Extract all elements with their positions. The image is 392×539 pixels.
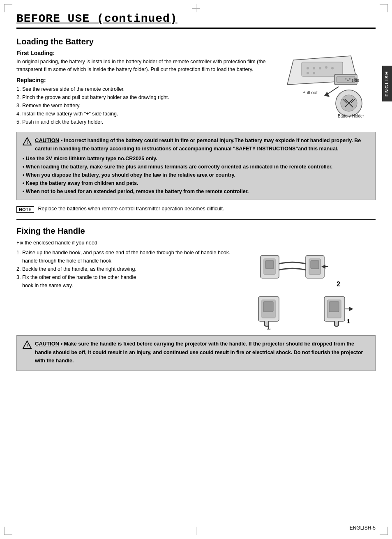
caution-line-1: • Use the 3V micro lithium battery type … (23, 154, 369, 163)
caution-text-2: CAUTION • Make sure the handle is fixed … (35, 340, 369, 365)
caution-line-0: • Incorrect handling of the battery coul… (35, 138, 361, 152)
replacing-step-4: 4. Install the new battery with "+" side… (16, 110, 269, 118)
corner-tl (4, 4, 12, 12)
caution-header-2: ! CAUTION • Make sure the handle is fixe… (23, 340, 369, 365)
note-label: NOTE (16, 206, 34, 213)
handle-diagram-col: 2 (244, 239, 376, 329)
section-handle-title: Fixing the Handle (16, 226, 376, 236)
svg-rect-35 (263, 302, 273, 312)
svg-point-7 (307, 72, 309, 74)
svg-rect-40 (329, 302, 339, 312)
replacing-step-2: 2. Pinch the groove and pull out battery… (16, 93, 269, 101)
caution2-line-0: • Make sure the handle is fixed before c… (35, 341, 363, 364)
handle-step-2: 2. Buckle the end of the handle, as the … (16, 265, 240, 273)
first-loading-text: In original packing, the battery is inst… (16, 58, 269, 74)
battery-diagram-col: Pull out "+" side Battery Holder (277, 50, 376, 126)
svg-line-9 (326, 87, 339, 95)
handle-diagram-svg: 2 (248, 239, 371, 329)
svg-point-5 (325, 66, 327, 69)
caution-word-1: CAUTION (35, 137, 59, 143)
handle-step-3-b: hook in the same way. (16, 281, 240, 290)
english-tab: ENGLISH (382, 66, 392, 101)
replacing-label: Replacing: (16, 77, 269, 83)
first-loading-label: First Loading: (16, 50, 269, 56)
corner-bl (4, 527, 12, 535)
svg-text:!: ! (26, 343, 28, 348)
section-battery-title: Loading the Battery (16, 37, 376, 46)
handle-content: Fix the enclosed handle if you need. 1. … (16, 239, 376, 329)
pull-out-label: Pull out (302, 90, 318, 95)
note-text: Replace the batteries when remote contro… (38, 206, 224, 212)
page-title: BEFORE USE (continued) (16, 12, 376, 29)
caution-triangle-icon-1: ! (23, 137, 32, 146)
svg-point-2 (307, 67, 309, 69)
svg-rect-29 (311, 260, 319, 269)
note-box: NOTE Replace the batteries when remote c… (16, 206, 376, 213)
handle-step-1-cont: handle through the hole of handle hook. (16, 257, 240, 265)
svg-marker-42 (349, 307, 353, 311)
svg-point-4 (319, 67, 321, 69)
battery-diagram-svg: Pull out "+" side Battery Holder (281, 50, 371, 120)
svg-marker-37 (267, 329, 271, 329)
handle-text-col: Fix the enclosed handle if you need. 1. … (16, 239, 240, 329)
svg-text:!: ! (26, 140, 28, 145)
battery-content: First Loading: In original packing, the … (16, 50, 376, 126)
page-footer: ENGLISH-5 (350, 525, 376, 531)
section-battery: Loading the Battery First Loading: In or… (16, 37, 376, 126)
caution-line-5: • When not to be used for an extended pe… (23, 187, 369, 196)
caution-box-2: ! CAUTION • Make sure the handle is fixe… (16, 335, 376, 371)
handle-step-3-a: 3. Fix the other end of the handle to th… (16, 273, 240, 281)
caution-word-2: CAUTION (35, 341, 59, 347)
crosshair-top (192, 4, 200, 12)
caution-triangle-icon-2: ! (23, 340, 32, 349)
caution-text-1: CAUTION • Incorrect handling of the batt… (35, 136, 369, 153)
caution-line-3: • When you dispose the battery, you shou… (23, 171, 369, 179)
section-divider (16, 219, 376, 220)
svg-point-3 (313, 67, 315, 69)
caution-box-1: ! CAUTION • Incorrect handling of the ba… (16, 132, 376, 200)
svg-text:2: 2 (337, 281, 340, 288)
corner-br (380, 527, 388, 535)
handle-intro: Fix the enclosed handle if you need. (16, 239, 240, 247)
corner-tr (380, 4, 388, 12)
battery-text-col: First Loading: In original packing, the … (16, 50, 269, 126)
page-container: ENGLISH BEFORE USE (continued) Loading t… (0, 0, 392, 539)
replacing-step-1: 1. See the reverse side of the remote co… (16, 85, 269, 93)
replacing-step-3: 3. Remove the worn battery. (16, 101, 269, 110)
svg-text:1: 1 (347, 318, 350, 325)
caution-header-1: ! CAUTION • Incorrect handling of the ba… (23, 136, 369, 153)
svg-text:Battery Holder: Battery Holder (338, 114, 364, 118)
svg-point-6 (331, 67, 334, 69)
crosshair-bottom (192, 527, 200, 535)
svg-marker-10 (324, 92, 330, 97)
replacing-step-5: 5. Push in and click the battery holder. (16, 118, 269, 126)
section-handle: Fixing the Handle Fix the enclosed handl… (16, 226, 376, 329)
handle-step-1: 1. Raise up the handle hook, and pass on… (16, 249, 240, 257)
svg-point-8 (313, 72, 315, 74)
caution-line-4: • Keep the battery away from children an… (23, 179, 369, 187)
caution-line-2: • When loading the battery, make sure th… (23, 163, 369, 171)
svg-text:"+" side: "+" side (345, 78, 360, 83)
svg-rect-26 (265, 260, 274, 269)
